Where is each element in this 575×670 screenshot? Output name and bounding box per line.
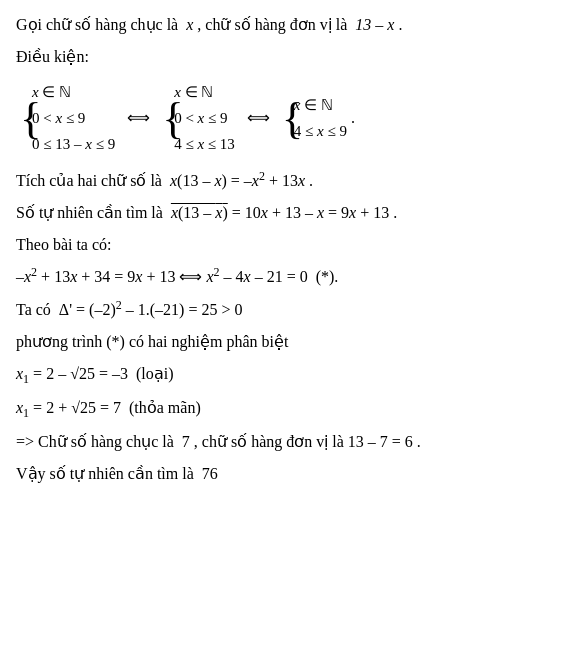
system2: x ∈ ℕ 0 < x ≤ 9 4 ≤ x ≤ 13	[162, 79, 235, 157]
system2-line3: 4 ≤ x ≤ 13	[174, 131, 235, 157]
arrow2: ⟺	[247, 105, 270, 131]
system2-line2: 0 < x ≤ 9	[174, 105, 235, 131]
system2-line1: x ∈ ℕ	[174, 79, 235, 105]
system3: x ∈ ℕ 4 ≤ x ≤ 9	[282, 92, 347, 144]
dot-end: .	[351, 105, 355, 131]
theo-bai: Theo bài ta có:	[16, 232, 559, 258]
root1-line: x1 = 2 – √25 = –3 (loại)	[16, 361, 559, 389]
system1-line3: 0 ≤ 13 – x ≤ 9	[32, 131, 115, 157]
final-answer: Vậy số tự nhiên cần tìm là 76	[16, 461, 559, 487]
delta-line: Ta có Δ' = (–2)2 – 1.(–21) = 25 > 0	[16, 296, 559, 323]
overline-expression: x(13 – x)	[171, 204, 228, 221]
systems-row: x ∈ ℕ 0 < x ≤ 9 0 ≤ 13 – x ≤ 9 ⟺ x ∈ ℕ 0…	[16, 79, 559, 157]
system3-line1: x ∈ ℕ	[294, 92, 347, 118]
product-line: Tích của hai chữ số là x(13 – x) = –x2 +…	[16, 167, 559, 194]
root2-line: x1 = 2 + √25 = 7 (thỏa mãn)	[16, 395, 559, 423]
equation-line: –x2 + 13x + 34 = 9x + 13 ⟺ x2 – 4x – 21 …	[16, 263, 559, 290]
condition-label: Điều kiện:	[16, 44, 559, 70]
system1: x ∈ ℕ 0 < x ≤ 9 0 ≤ 13 – x ≤ 9	[20, 79, 115, 157]
two-roots-label: phương trình (*) có hai nghiệm phân biệt	[16, 329, 559, 355]
intro-line: Gọi chữ số hàng chục là x , chữ số hàng …	[16, 12, 559, 38]
arrow1: ⟺	[127, 105, 150, 131]
system1-line2: 0 < x ≤ 9	[32, 105, 115, 131]
main-content: Gọi chữ số hàng chục là x , chữ số hàng …	[16, 12, 559, 487]
system1-line1: x ∈ ℕ	[32, 79, 115, 105]
conclusion-line: => Chữ số hàng chục là 7 , chữ số hàng đ…	[16, 429, 559, 455]
system3-line2: 4 ≤ x ≤ 9	[294, 118, 347, 144]
number-line: Số tự nhiên cần tìm là x(13 – x) = 10x +…	[16, 200, 559, 226]
